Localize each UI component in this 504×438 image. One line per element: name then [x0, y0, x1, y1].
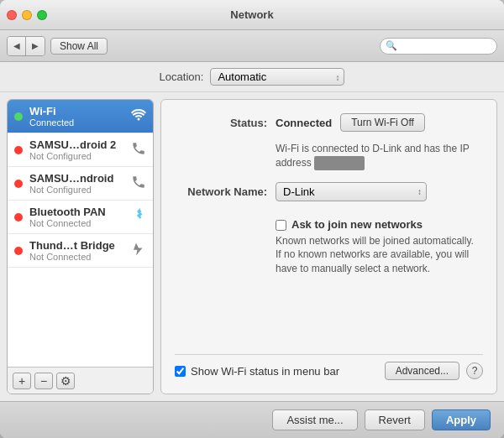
wifi-icon — [131, 109, 146, 124]
search-icon: 🔍 — [386, 40, 397, 51]
show-all-button[interactable]: Show All — [50, 38, 108, 55]
main-panel: Status: Connected Turn Wi-Fi Off Wi-Fi i… — [160, 99, 497, 394]
network-name-row: Network Name: D-Link ↕ — [175, 182, 483, 201]
help-button[interactable]: ? — [466, 362, 483, 379]
minimize-button[interactable] — [22, 10, 32, 20]
phone-icon-1 — [131, 141, 146, 159]
toolbar: ◀ ▶ Show All 🔍 — [0, 30, 504, 62]
sidebar-list: Wi-Fi Connected — [8, 100, 153, 367]
status-dot-thunderbolt — [14, 247, 23, 255]
sidebar-item-bluetooth-pan[interactable]: Bluetooth PAN Not Connected — [8, 201, 153, 234]
item-status-samsung-android: Not Configured — [29, 185, 124, 195]
show-wifi-row: Show Wi-Fi status in menu bar — [175, 365, 339, 378]
advanced-button[interactable]: Advanced... — [385, 362, 459, 380]
item-name-bluetooth: Bluetooth PAN — [29, 206, 128, 218]
network-window: Network ◀ ▶ Show All 🔍 Location: Automat… — [0, 0, 504, 438]
bottom-right: Advanced... ? — [385, 362, 483, 380]
location-select[interactable]: Automatic — [210, 68, 344, 86]
thunderbolt-icon — [131, 242, 146, 260]
traffic-lights — [7, 10, 47, 20]
sidebar-footer: + − ⚙ — [8, 367, 153, 394]
ask-join-row: Ask to join new networks — [276, 218, 483, 231]
maximize-button[interactable] — [37, 10, 47, 20]
item-name-wifi: Wi-Fi — [29, 105, 124, 117]
item-name-samsung-droid2: SAMSU…droid 2 — [29, 138, 124, 151]
bluetooth-icon — [134, 208, 146, 227]
location-label: Location: — [160, 70, 204, 83]
apply-button[interactable]: Apply — [432, 409, 491, 430]
ask-join-description: Known networks will be joined automatica… — [276, 234, 483, 276]
show-wifi-label[interactable]: Show Wi-Fi status in menu bar — [191, 365, 339, 378]
show-wifi-checkbox[interactable] — [175, 366, 186, 377]
bottom-bar: Show Wi-Fi status in menu bar Advanced..… — [175, 354, 483, 380]
location-bar: Location: Automatic ↕ — [0, 62, 504, 92]
forward-button[interactable]: ▶ — [26, 37, 45, 55]
revert-button[interactable]: Revert — [365, 409, 425, 430]
item-status-bluetooth: Not Connected — [29, 218, 128, 228]
ask-join-label[interactable]: Ask to join new networks — [291, 218, 423, 231]
sidebar-item-samsung-android[interactable]: SAMSU…ndroid Not Configured — [8, 167, 153, 201]
status-dot-bluetooth — [14, 213, 23, 222]
network-select-wrapper: D-Link ↕ — [276, 182, 427, 201]
item-name-thunderbolt: Thund…t Bridge — [29, 239, 124, 252]
sidebar-item-thunderbolt[interactable]: Thund…t Bridge Not Connected — [8, 234, 153, 268]
network-name-select[interactable]: D-Link — [276, 182, 427, 201]
close-button[interactable] — [7, 10, 17, 20]
network-settings-button[interactable]: ⚙ — [56, 373, 75, 389]
search-box: 🔍 — [380, 38, 497, 55]
search-input[interactable] — [400, 40, 491, 52]
status-label: Status: — [175, 117, 267, 129]
ip-address — [314, 156, 365, 170]
phone-icon-2 — [131, 175, 146, 193]
add-network-button[interactable]: + — [13, 373, 31, 389]
sidebar-item-samsung-droid2[interactable]: SAMSU…droid 2 Not Configured — [8, 133, 153, 167]
ask-join-checkbox[interactable] — [276, 220, 286, 231]
back-button[interactable]: ◀ — [8, 37, 26, 55]
titlebar: Network — [0, 0, 504, 30]
location-select-wrapper: Automatic ↕ — [210, 68, 344, 86]
status-dot-samsung-android — [14, 180, 23, 188]
status-description: Wi-Fi is connected to D-Link and has the… — [276, 142, 483, 170]
item-name-samsung-android: SAMSU…ndroid — [29, 172, 124, 185]
turn-wifi-off-button[interactable]: Turn Wi-Fi Off — [340, 113, 425, 132]
sidebar: Wi-Fi Connected — [7, 99, 154, 394]
item-status-wifi: Connected — [29, 117, 124, 128]
remove-network-button[interactable]: − — [34, 373, 53, 389]
network-name-label: Network Name: — [175, 185, 267, 198]
status-value: Connected — [276, 117, 332, 129]
item-status-samsung-droid2: Not Configured — [29, 151, 124, 161]
item-status-thunderbolt: Not Connected — [29, 252, 124, 262]
assist-me-button[interactable]: Assist me... — [272, 409, 357, 430]
window-footer: Assist me... Revert Apply — [0, 401, 504, 438]
content-area: Wi-Fi Connected — [0, 92, 504, 401]
nav-buttons: ◀ ▶ — [7, 36, 45, 56]
window-title: Network — [230, 8, 273, 21]
status-row: Status: Connected Turn Wi-Fi Off — [175, 113, 483, 132]
status-dot-samsung-droid2 — [14, 146, 23, 154]
status-dot-wifi — [14, 112, 23, 121]
sidebar-item-wifi[interactable]: Wi-Fi Connected — [8, 100, 153, 133]
